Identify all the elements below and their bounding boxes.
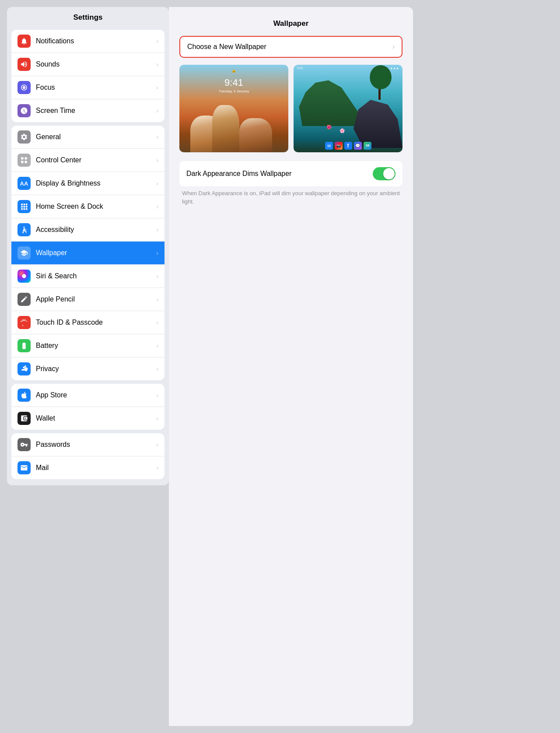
homescreen-label: Home Screen & Dock [36, 203, 103, 210]
sirisearch-icon [18, 270, 31, 283]
svg-rect-6 [26, 203, 28, 205]
choose-wallpaper-button[interactable]: Choose a New Wallpaper › [179, 36, 402, 58]
choose-wallpaper-chevron: › [392, 43, 395, 51]
main-content: Wallpaper Choose a New Wallpaper › 🔒 9:4… [169, 7, 413, 726]
wallpaper-label: Wallpaper [36, 249, 67, 257]
svg-rect-0 [21, 157, 23, 159]
sounds-icon [18, 58, 31, 71]
wallet-icon [18, 412, 31, 425]
battery-chevron: › [156, 342, 158, 349]
touchid-chevron: › [156, 319, 158, 326]
appstore-icon [18, 389, 31, 402]
dark-appearance-description-container: When Dark Appearance is on, iPad will di… [179, 189, 402, 206]
displaybrightness-chevron: › [156, 180, 158, 187]
sidebar-item-applepencil[interactable]: Apple Pencil › [11, 288, 164, 311]
settings-group-4: Passwords › Mail › [11, 433, 164, 479]
notifications-chevron: › [156, 38, 158, 45]
wallet-chevron: › [156, 415, 158, 422]
accessibility-chevron: › [156, 226, 158, 233]
sidebar-item-passwords[interactable]: Passwords › [11, 433, 164, 456]
sidebar-item-screentime[interactable]: Screen Time › [11, 99, 164, 122]
flower-2: 🌸 [340, 128, 345, 133]
sidebar-item-displaybrightness[interactable]: AA Display & Brightness › [11, 172, 164, 195]
sounds-label: Sounds [36, 60, 60, 68]
sidebar-title: Settings [7, 7, 169, 26]
touchid-icon [18, 316, 31, 329]
dark-appearance-description: When Dark Appearance is on, iPad will di… [182, 190, 400, 205]
wallpaper-icon [18, 246, 31, 260]
applepencil-icon [18, 293, 31, 306]
focus-icon [18, 81, 31, 94]
sidebar-item-mail[interactable]: Mail › [11, 456, 164, 479]
sidebar-container: Settings Notifications › [7, 7, 169, 485]
homescreen-chevron: › [156, 203, 158, 210]
mail-chevron: › [156, 464, 158, 471]
lock-date: Tuesday, 9 January [184, 89, 284, 93]
appstore-label: App Store [36, 391, 67, 399]
sidebar-item-touchid[interactable]: Touch ID & Passcode › [11, 311, 164, 334]
applepencil-chevron: › [156, 296, 158, 303]
homescreen-icon [18, 200, 31, 213]
battery-label: Battery [36, 342, 58, 350]
passwords-label: Passwords [36, 441, 70, 449]
privacy-chevron: › [156, 365, 158, 372]
controlcenter-icon [18, 154, 31, 167]
sidebar-item-wallet[interactable]: Wallet › [11, 407, 164, 430]
wallet-label: Wallet [36, 414, 55, 422]
lock-screen-preview[interactable]: 🔒 9:41 Tuesday, 9 January [179, 65, 288, 152]
island-left [299, 78, 364, 126]
svg-rect-9 [26, 206, 28, 208]
svg-rect-2 [21, 161, 23, 163]
sidebar-item-homescreen[interactable]: Home Screen & Dock › [11, 195, 164, 218]
general-icon [18, 130, 31, 144]
rock-formations [179, 100, 288, 152]
sidebar-item-general[interactable]: General › [11, 126, 164, 149]
settings-group-1: Notifications › Sounds › F [11, 30, 164, 122]
lock-screen-ui: 🔒 9:41 Tuesday, 9 January [179, 65, 288, 93]
passwords-chevron: › [156, 441, 158, 448]
island-scene: 🌺 🌸 [294, 65, 402, 152]
main-title: Wallpaper [179, 16, 402, 36]
sidebar-item-wallpaper[interactable]: Wallpaper › [11, 242, 164, 265]
wallpaper-chevron: › [156, 249, 158, 256]
sidebar-item-privacy[interactable]: Privacy › [11, 358, 164, 380]
displaybrightness-icon: AA [18, 177, 31, 190]
svg-rect-8 [24, 206, 25, 208]
notifications-label: Notifications [36, 37, 74, 45]
sidebar-item-sirisearch[interactable]: Siri & Search › [11, 265, 164, 288]
sidebar-item-accessibility[interactable]: Accessibility › [11, 218, 164, 242]
appstore-chevron: › [156, 392, 158, 399]
toggle-knob [383, 168, 395, 179]
dock-instagram: 📷 [335, 142, 343, 150]
dark-appearance-toggle[interactable] [373, 167, 396, 180]
applepencil-label: Apple Pencil [36, 295, 75, 303]
dark-appearance-control: Dark Appearance Dims Wallpaper [186, 167, 396, 180]
displaybrightness-label: Display & Brightness [36, 179, 101, 187]
sidebar: Settings Notifications › [7, 7, 169, 726]
battery-icon [18, 339, 31, 352]
svg-rect-7 [21, 206, 23, 208]
accessibility-icon [18, 223, 31, 236]
sidebar-item-controlcenter[interactable]: Control Center › [11, 149, 164, 172]
home-screen-preview[interactable]: 9:41 ▲▲▲ 🌺 🌸 ✉ [294, 65, 402, 152]
sirisearch-label: Siri & Search [36, 272, 77, 280]
settings-group-2: General › Control Center › AA [11, 126, 164, 380]
sidebar-item-sounds[interactable]: Sounds › [11, 53, 164, 76]
sidebar-item-notifications[interactable]: Notifications › [11, 30, 164, 53]
lock-icon: 🔒 [184, 68, 284, 73]
svg-rect-12 [26, 208, 28, 210]
svg-rect-5 [24, 203, 25, 205]
controlcenter-label: Control Center [36, 156, 81, 164]
svg-point-14 [22, 274, 26, 278]
lock-time: 9:41 [184, 77, 284, 88]
accessibility-label: Accessibility [36, 226, 74, 234]
privacy-label: Privacy [36, 365, 59, 373]
home-dock: ✉ 📷 f 💬 🗺 [297, 142, 399, 150]
sidebar-item-battery[interactable]: Battery › [11, 334, 164, 358]
rock-3 [239, 118, 272, 152]
sidebar-item-focus[interactable]: Focus › [11, 76, 164, 99]
dock-messenger: 💬 [354, 142, 362, 150]
tree-canopy [370, 65, 392, 89]
sidebar-item-appstore[interactable]: App Store › [11, 384, 164, 407]
settings-group-3: App Store › Wallet › [11, 384, 164, 430]
